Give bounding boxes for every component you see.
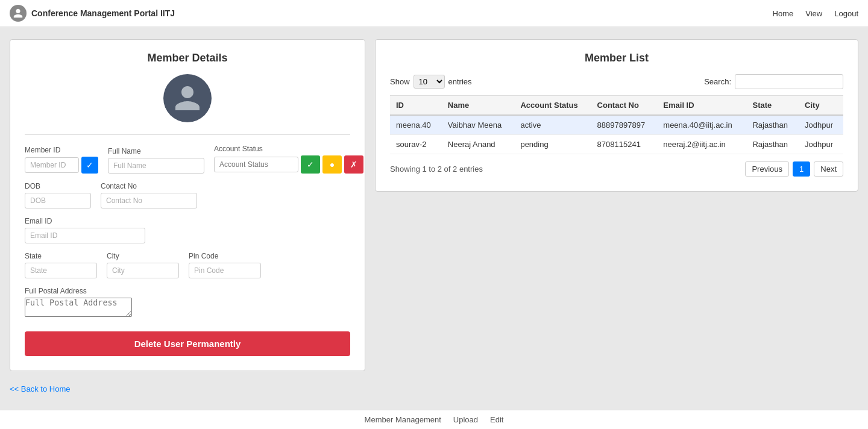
account-status-input[interactable] <box>214 157 298 172</box>
nav-home[interactable]: Home <box>773 9 794 18</box>
search-input[interactable] <box>735 74 843 89</box>
brand-title: Conference Management Portal IITJ <box>31 8 175 18</box>
entries-label: entries <box>448 77 472 86</box>
previous-button[interactable]: Previous <box>745 161 789 177</box>
back-to-home-link[interactable]: << Back to Home <box>10 384 858 393</box>
dob-group: DOB <box>25 182 91 208</box>
col-id: ID <box>390 96 442 116</box>
nav-view[interactable]: View <box>805 9 822 18</box>
email-input[interactable] <box>25 228 145 243</box>
city-group: City <box>107 252 179 278</box>
show-label: Show <box>390 77 410 86</box>
col-email: Email ID <box>657 96 746 116</box>
main-content: Member Details Member ID ✓ Full Name <box>0 27 868 371</box>
navbar: Conference Management Portal IITJ Home V… <box>0 0 868 27</box>
cell-contact: 8708115241 <box>591 135 658 154</box>
form-row-4: State City Pin Code <box>25 252 350 278</box>
account-status-row: ✓ ● ✗ <box>214 155 363 174</box>
email-label: Email ID <box>25 217 145 225</box>
search-label: Search: <box>704 77 731 86</box>
form-row-5: Full Postal Address <box>25 287 350 317</box>
form-row-1: Member ID ✓ Full Name Account Status ✓ ●… <box>25 145 350 174</box>
city-label: City <box>107 252 179 260</box>
account-status-group: Account Status ✓ ● ✗ <box>214 145 363 174</box>
status-deactivate-button[interactable]: ✗ <box>344 155 363 174</box>
address-textarea[interactable] <box>25 298 132 317</box>
cell-account_status: active <box>514 115 591 135</box>
show-entries: Show 10 25 50 100 entries <box>390 75 472 89</box>
panel-title: Member Details <box>25 52 350 64</box>
cell-contact: 88897897897 <box>591 115 658 135</box>
account-status-label: Account Status <box>214 145 363 153</box>
state-input[interactable] <box>25 263 97 278</box>
showing-text: Showing 1 to 2 of 2 entries <box>390 164 483 174</box>
status-pending-button[interactable]: ● <box>322 155 342 174</box>
member-id-row: ✓ <box>25 157 98 174</box>
table-controls: Show 10 25 50 100 entries Search: <box>390 74 843 89</box>
search-box: Search: <box>704 74 843 89</box>
state-group: State <box>25 252 97 278</box>
footer: Member Management Upload Edit <box>0 410 868 429</box>
cell-email: neeraj.2@iitj.ac.in <box>657 135 746 154</box>
contact-group: Contact No <box>101 182 197 208</box>
member-list-panel: Member List Show 10 25 50 100 entries Se… <box>375 39 858 192</box>
cell-state: Rajasthan <box>746 115 799 135</box>
pagination-controls: Previous 1 Next <box>745 161 843 177</box>
footer-edit[interactable]: Edit <box>490 415 503 424</box>
form-row-3: Email ID <box>25 217 350 243</box>
status-activate-button[interactable]: ✓ <box>301 155 320 174</box>
cell-id: meena.40 <box>390 115 442 135</box>
full-name-input[interactable] <box>108 158 204 174</box>
member-id-label: Member ID <box>25 146 98 154</box>
member-details-panel: Member Details Member ID ✓ Full Name <box>10 39 365 371</box>
nav-logout[interactable]: Logout <box>834 9 858 18</box>
full-name-label: Full Name <box>108 147 204 155</box>
pagination: Showing 1 to 2 of 2 entries Previous 1 N… <box>390 161 843 177</box>
list-title: Member List <box>390 52 843 64</box>
divider <box>25 134 350 135</box>
col-city: City <box>799 96 843 116</box>
table-row[interactable]: meena.40Vaibhav Meenaactive88897897897me… <box>390 115 843 135</box>
table-header-row: ID Name Account Status Contact No Email … <box>390 96 843 116</box>
col-state: State <box>746 96 799 116</box>
delete-button[interactable]: Delete User Permanently <box>25 331 350 356</box>
contact-label: Contact No <box>101 182 197 190</box>
next-button[interactable]: Next <box>814 161 843 177</box>
pincode-input[interactable] <box>189 263 261 278</box>
cell-account_status: pending <box>514 135 591 154</box>
dob-label: DOB <box>25 182 91 190</box>
full-name-group: Full Name <box>108 147 204 174</box>
cell-name: Vaibhav Meena <box>442 115 515 135</box>
city-input[interactable] <box>107 263 179 278</box>
col-account-status: Account Status <box>514 96 591 116</box>
avatar-container <box>25 74 350 122</box>
col-name: Name <box>442 96 515 116</box>
brand-icon <box>10 5 27 22</box>
brand: Conference Management Portal IITJ <box>10 5 175 22</box>
dob-input[interactable] <box>25 193 91 208</box>
form-row-2: DOB Contact No <box>25 182 350 208</box>
member-id-check-button[interactable]: ✓ <box>81 157 98 174</box>
footer-member-management[interactable]: Member Management <box>365 415 441 424</box>
pincode-group: Pin Code <box>189 252 261 278</box>
address-group: Full Postal Address <box>25 287 132 317</box>
pincode-label: Pin Code <box>189 252 261 260</box>
contact-input[interactable] <box>101 193 197 208</box>
page-1-button[interactable]: 1 <box>793 161 810 177</box>
address-label: Full Postal Address <box>25 287 132 295</box>
cell-state: Rajasthan <box>746 135 799 154</box>
cell-email: meena.40@iitj.ac.in <box>657 115 746 135</box>
navbar-links: Home View Logout <box>773 9 858 18</box>
state-label: State <box>25 252 97 260</box>
entries-select[interactable]: 10 25 50 100 <box>414 75 445 89</box>
email-group: Email ID <box>25 217 145 243</box>
cell-city: Jodhpur <box>799 135 843 154</box>
cell-name: Neeraj Anand <box>442 135 515 154</box>
footer-upload[interactable]: Upload <box>453 415 478 424</box>
col-contact: Contact No <box>591 96 658 116</box>
cell-id: sourav-2 <box>390 135 442 154</box>
member-table: ID Name Account Status Contact No Email … <box>390 95 843 154</box>
table-row[interactable]: sourav-2Neeraj Anandpending8708115241nee… <box>390 135 843 154</box>
member-id-input[interactable] <box>25 157 79 173</box>
cell-city: Jodhpur <box>799 115 843 135</box>
